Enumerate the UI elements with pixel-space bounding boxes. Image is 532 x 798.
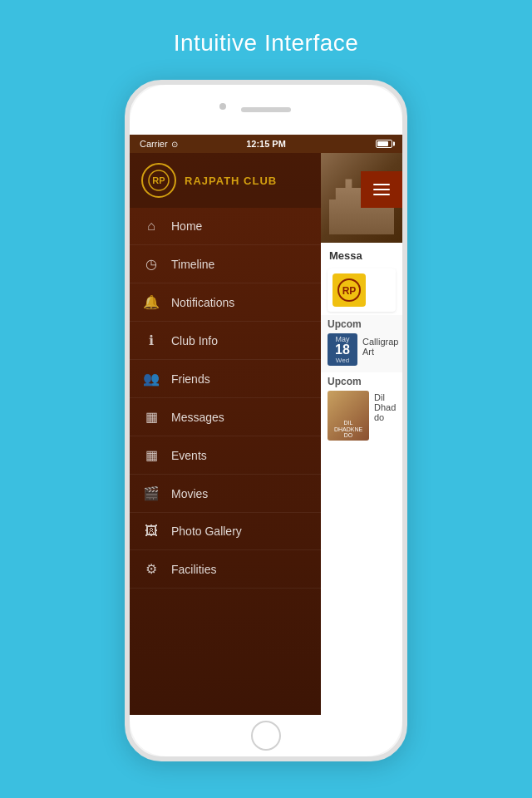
friends-icon: 👥 xyxy=(143,371,160,387)
movie-thumb-text: DIL DHADKNE DO xyxy=(329,420,367,439)
timeline-icon: ◷ xyxy=(143,256,160,272)
hamburger-line-3 xyxy=(373,194,390,195)
upcoming-events-section: Upcom May 18 Wed Calligrap Art xyxy=(321,315,402,372)
carrier-label: Carrier xyxy=(140,139,168,149)
home-icon: ⌂ xyxy=(143,219,160,234)
sidebar-item-notifications[interactable]: 🔔 Notifications xyxy=(130,283,321,322)
sidebar-item-facilities[interactable]: ⚙ Facilities xyxy=(130,550,321,589)
phone-shell: Carrier ⊙ 12:15 PM RP xyxy=(125,80,407,761)
phone-camera xyxy=(219,103,226,110)
friends-label: Friends xyxy=(171,372,210,386)
movies-label: Movies xyxy=(171,487,208,500)
sidebar-item-friends[interactable]: 👥 Friends xyxy=(130,360,321,398)
messages-section-header: Messa xyxy=(321,243,402,265)
club-logo: RP xyxy=(141,163,176,198)
message-logo: RP xyxy=(332,273,366,307)
facilities-icon: ⚙ xyxy=(143,561,160,577)
movie-thumbnail: DIL DHADKNE DO xyxy=(328,391,369,441)
sidebar-item-club-info[interactable]: ℹ Club Info xyxy=(130,322,321,360)
event-card[interactable]: May 18 Wed Calligrap Art xyxy=(328,333,396,366)
svg-text:RP: RP xyxy=(152,175,165,185)
home-label: Home xyxy=(171,219,202,233)
info-icon: ℹ xyxy=(143,332,160,348)
events-icon: ▦ xyxy=(143,447,160,463)
sidebar-item-photo-gallery[interactable]: 🖼 Photo Gallery xyxy=(130,513,321,550)
upcoming-events-label: Upcom xyxy=(328,318,396,330)
movies-icon: 🎬 xyxy=(143,485,160,501)
battery-fill xyxy=(377,141,388,146)
sidebar-item-events[interactable]: ▦ Events xyxy=(130,436,321,475)
event-weekday: Wed xyxy=(328,357,357,364)
sidebar-item-movies[interactable]: 🎬 Movies xyxy=(130,475,321,513)
sidebar-item-home[interactable]: ⌂ Home xyxy=(130,208,321,245)
hamburger-button[interactable] xyxy=(361,171,402,208)
bell-icon: 🔔 xyxy=(143,294,160,310)
movie-title: Dil Dhad do xyxy=(374,392,396,422)
right-panel: Messa RP Upcom xyxy=(321,153,402,715)
club-name-label: RAJPATH CLUB xyxy=(185,175,277,187)
status-bar-left: Carrier ⊙ xyxy=(140,139,178,149)
upcoming-movies-label: Upcom xyxy=(328,376,396,387)
sidebar-item-timeline[interactable]: ◷ Timeline xyxy=(130,245,321,283)
battery-icon xyxy=(376,140,392,148)
message-logo-svg: RP xyxy=(337,278,362,303)
wifi-icon: ⊙ xyxy=(171,140,178,149)
date-badge: May 18 Wed xyxy=(328,333,357,366)
messages-icon: ▦ xyxy=(143,409,160,425)
status-bar: Carrier ⊙ 12:15 PM xyxy=(130,135,402,153)
messages-label: Messages xyxy=(171,411,224,424)
movie-info: Dil Dhad do xyxy=(374,391,396,422)
phone-speaker xyxy=(241,107,291,112)
timeline-label: Timeline xyxy=(171,258,214,271)
club-logo-svg: RP xyxy=(147,169,170,192)
svg-text:RP: RP xyxy=(342,285,357,297)
phone-top xyxy=(130,85,402,135)
facilities-label: Facilities xyxy=(171,563,216,576)
notifications-label: Notifications xyxy=(171,296,234,309)
sidebar-item-messages[interactable]: ▦ Messages xyxy=(130,398,321,436)
phone-bottom xyxy=(130,715,402,756)
home-button[interactable] xyxy=(251,721,281,751)
events-label: Events xyxy=(171,449,207,462)
status-bar-right xyxy=(376,140,392,148)
message-card[interactable]: RP xyxy=(328,268,396,312)
phone-screen: Carrier ⊙ 12:15 PM RP xyxy=(130,135,402,715)
page-title: Intuitive Interface xyxy=(174,30,359,57)
status-bar-time: 12:15 PM xyxy=(246,139,286,149)
screen-content: RP RAJPATH CLUB ⌂ Home ◷ Timeline xyxy=(130,153,402,715)
movie-card[interactable]: DIL DHADKNE DO Dil Dhad do xyxy=(328,391,396,441)
club-info-label: Club Info xyxy=(171,334,218,347)
content-section: Messa RP Upcom xyxy=(321,243,402,715)
hamburger-line-1 xyxy=(373,184,390,185)
upcoming-movies-section: Upcom DIL DHADKNE DO Dil Dhad do xyxy=(321,372,402,444)
gallery-icon: 🖼 xyxy=(143,524,160,539)
menu-items: ⌂ Home ◷ Timeline 🔔 Notifications ℹ Club… xyxy=(130,208,321,715)
hamburger-line-2 xyxy=(373,189,390,190)
photo-gallery-label: Photo Gallery xyxy=(171,525,242,538)
event-day: 18 xyxy=(328,343,357,357)
logo-area: RP RAJPATH CLUB xyxy=(130,153,321,208)
event-title: Calligrap Art xyxy=(362,337,398,357)
sidebar: RP RAJPATH CLUB ⌂ Home ◷ Timeline xyxy=(130,153,321,715)
messages-section-label: Messa xyxy=(329,249,362,262)
